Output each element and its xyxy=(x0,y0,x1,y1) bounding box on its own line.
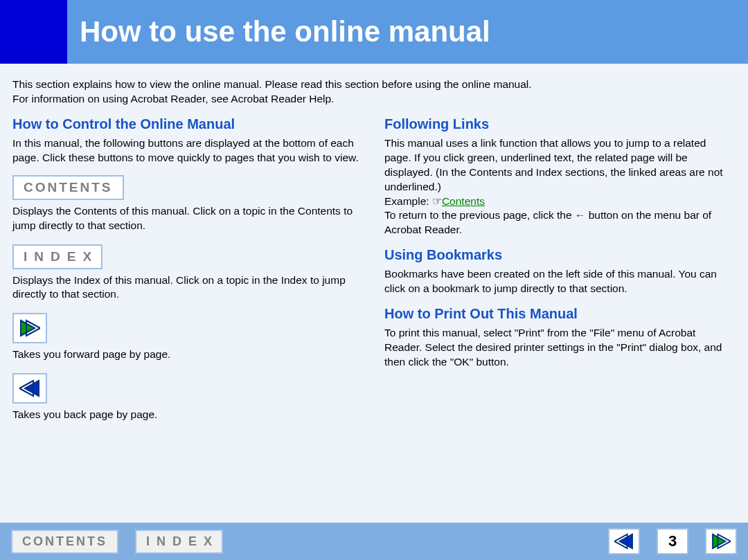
left-column: How to Control the Online Manual In this… xyxy=(12,116,364,433)
forward-arrow-icon xyxy=(19,319,40,337)
index-button-desc: Displays the Index of this manual. Click… xyxy=(12,273,364,302)
forward-arrow-icon xyxy=(711,533,731,550)
intro-text: This section explains how to view the on… xyxy=(12,78,736,107)
back-button-sample[interactable] xyxy=(12,373,47,404)
following-links-p1: This manual uses a link function that al… xyxy=(384,137,723,192)
svg-marker-0 xyxy=(21,320,35,336)
heading-print-manual: How to Print Out This Manual xyxy=(384,306,736,322)
right-column: Following Links This manual uses a link … xyxy=(384,116,736,433)
forward-button-sample[interactable] xyxy=(12,313,47,343)
forward-button-desc: Takes you forward page by page. xyxy=(12,347,364,362)
two-column-layout: How to Control the Online Manual In this… xyxy=(12,116,736,433)
back-arrow-icon xyxy=(614,533,634,550)
index-button-sample[interactable]: INDEX xyxy=(12,244,103,269)
print-manual-body: To print this manual, select "Print" fro… xyxy=(384,326,736,370)
footer-contents-button[interactable]: CONTENTS xyxy=(11,530,118,554)
using-bookmarks-body: Bookmarks have been created on the left … xyxy=(384,267,736,296)
control-manual-intro: In this manual, the following buttons ar… xyxy=(12,136,364,165)
intro-line-2: For information on using Acrobat Reader,… xyxy=(12,93,334,105)
svg-marker-4 xyxy=(620,534,632,548)
intro-line-1: This section explains how to view the on… xyxy=(12,78,532,90)
header-title-bar: How to use the online manual xyxy=(67,0,748,64)
footer-back-button[interactable] xyxy=(608,528,640,554)
page-footer: CONTENTS INDEX 3 xyxy=(0,523,748,560)
following-links-body: This manual uses a link function that al… xyxy=(384,136,736,237)
example-contents-link[interactable]: Contents xyxy=(442,195,485,207)
contents-button-sample[interactable]: CONTENTS xyxy=(12,175,124,200)
svg-marker-6 xyxy=(713,534,725,548)
heading-following-links: Following Links xyxy=(384,116,736,132)
page-number: 3 xyxy=(657,528,688,554)
heading-control-manual: How to Control the Online Manual xyxy=(12,116,364,132)
content-area: This section explains how to view the on… xyxy=(0,64,748,523)
contents-button-desc: Displays the Contents of this manual. Cl… xyxy=(12,204,364,233)
page-title: How to use the online manual xyxy=(80,15,490,48)
page-header: How to use the online manual xyxy=(0,0,748,64)
heading-using-bookmarks: Using Bookmarks xyxy=(384,247,736,263)
svg-marker-2 xyxy=(25,381,39,396)
example-prefix: Example: ☞ xyxy=(384,195,442,207)
footer-index-button[interactable]: INDEX xyxy=(135,530,223,554)
back-button-desc: Takes you back page by page. xyxy=(12,408,364,422)
following-links-p2: To return to the previous page, click th… xyxy=(384,209,711,235)
footer-forward-button[interactable] xyxy=(705,528,737,554)
header-accent-block xyxy=(0,0,67,64)
back-arrow-icon xyxy=(19,379,40,397)
